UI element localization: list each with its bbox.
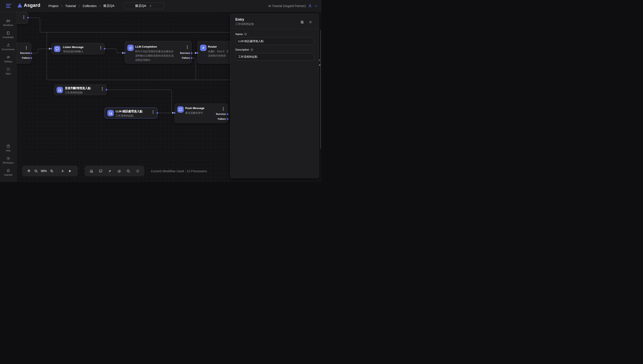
node-title: LLM 錯誤處理進入點 — [116, 110, 142, 113]
breadcrumb-current[interactable]: 飯店QA — [104, 4, 114, 8]
upload-icon — [6, 43, 10, 47]
info-icon[interactable] — [244, 33, 247, 36]
add-node-icon[interactable] — [59, 167, 66, 174]
sidebar-item-environment[interactable]: Environment — [0, 40, 16, 53]
input-port[interactable] — [50, 48, 52, 50]
message-node-tool-icon[interactable] — [97, 167, 104, 174]
node-menu-icon[interactable] — [22, 15, 25, 19]
name-input[interactable] — [236, 38, 314, 45]
node-menu-icon[interactable] — [25, 46, 28, 50]
node-title: Push Message — [185, 106, 204, 110]
output-port[interactable] — [156, 112, 158, 114]
output-port-success[interactable] — [227, 113, 228, 115]
node-entry-direct[interactable]: 直接判斷情境進入點 工作流程的起點 — [54, 84, 106, 95]
workflow-usage-status: Current Workflow Used : 12 Processors — [151, 169, 207, 173]
node-listen-message[interactable]: Listen Message 等待訊息內容輸入 — [51, 43, 104, 54]
node-title: 直接判斷情境進入點 — [65, 86, 91, 90]
breadcrumb-project[interactable]: Project — [48, 4, 58, 8]
help-icon — [6, 144, 10, 148]
grid-dots-icon — [6, 67, 10, 72]
breadcrumb-separator: / — [62, 4, 62, 8]
node-description: 依據If、Else If、E 流程執行的路徑 — [208, 49, 228, 58]
fit-view-icon[interactable] — [134, 167, 141, 174]
breadcrumb-collection[interactable]: Collection — [83, 4, 97, 8]
node-menu-icon[interactable] — [152, 110, 154, 114]
chevron-down-icon[interactable] — [314, 4, 318, 8]
output-port[interactable] — [27, 17, 29, 18]
breadcrumb: Project / Tutorial / Collection / 飯店QA — [48, 0, 114, 12]
output-port-failure[interactable] — [227, 118, 228, 120]
top-header: Asgard Project / Tutorial / Collection /… — [0, 0, 322, 12]
output-label-success: Success — [211, 113, 226, 115]
save-icon[interactable] — [300, 20, 304, 24]
entry-home-plus-icon — [56, 87, 63, 93]
close-icon[interactable] — [309, 20, 312, 24]
router-node-tool-icon[interactable] — [106, 167, 114, 174]
output-label-success: Success — [175, 52, 190, 54]
node-menu-icon[interactable] — [186, 45, 189, 49]
toolbar-divider — [57, 168, 57, 174]
node-menu-icon[interactable] — [99, 46, 102, 50]
sidebar-item-help[interactable]: Help — [0, 142, 16, 154]
gear-icon — [6, 156, 10, 160]
router-icon — [200, 45, 206, 51]
panel-subtitle: 工作流程的起點 — [236, 22, 254, 26]
name-field-label: Name — [236, 32, 247, 36]
hamburger-menu-icon[interactable] — [6, 4, 12, 8]
sidebar-item-settings[interactable]: Settings — [0, 53, 16, 65]
entry-node-tool-icon[interactable] — [88, 167, 95, 174]
input-port[interactable] — [124, 52, 126, 54]
sidebar-item-apps[interactable]: Apps — [0, 65, 16, 77]
user-icon[interactable] — [308, 4, 312, 8]
node-menu-icon[interactable] — [101, 87, 104, 90]
sidebar-item-upgrade[interactable]: Upgrade — [0, 166, 16, 178]
zoom-out-icon[interactable] — [32, 167, 40, 174]
sidebar-item-knowledge[interactable]: Knowledge — [0, 28, 16, 40]
info-icon[interactable] — [250, 48, 253, 51]
node-subtitle: 工作流程的起點 — [65, 91, 83, 94]
node-title: LLM Completion — [135, 45, 157, 48]
star-icon — [6, 168, 10, 173]
account-label: AI Tutorial (Asgard Partner) — [268, 4, 306, 8]
logo-text: Asgard — [24, 2, 40, 8]
node-entry-llm-error[interactable]: LLM 錯誤處理進入點 工作流程的起點 — [104, 108, 157, 118]
output-port[interactable] — [106, 89, 108, 90]
output-port-failure[interactable] — [191, 57, 192, 59]
node-title: Listen Message — [63, 46, 84, 49]
llm-node-tool-icon[interactable] — [116, 167, 123, 174]
panel-divider — [230, 29, 319, 29]
scrollbar[interactable] — [320, 30, 321, 149]
output-port[interactable] — [104, 48, 106, 50]
zoom-in-icon[interactable] — [48, 167, 55, 174]
account-menu[interactable]: AI Tutorial (Asgard Partner) — [268, 0, 318, 12]
node-subtitle: 等待訊息內容輸入 — [63, 50, 83, 53]
input-port[interactable] — [174, 112, 176, 114]
description-input[interactable] — [236, 53, 314, 60]
node-config-panel: Entry 工作流程的起點 Name Description — [230, 14, 319, 178]
output-port-success[interactable] — [191, 52, 192, 54]
output-port-failure[interactable] — [30, 57, 32, 59]
sidebar-item-workflows[interactable]: Workflows — [0, 16, 16, 28]
search-icon[interactable] — [125, 167, 132, 174]
llm-icon — [127, 45, 134, 51]
chat-bubble-icon — [54, 46, 60, 52]
workflow-selector-value: 飯店QA — [135, 4, 146, 8]
input-port[interactable] — [196, 52, 198, 54]
sliders-icon — [6, 55, 10, 59]
run-workflow-icon[interactable] — [66, 167, 73, 174]
breadcrumb-tutorial[interactable]: Tutorial — [65, 4, 76, 8]
output-port-success[interactable] — [30, 52, 32, 54]
pan-hand-icon[interactable] — [25, 167, 32, 174]
workflow-selector[interactable]: 飯店QA — [123, 2, 164, 9]
canvas-zoom-toolbar: 98% — [22, 166, 78, 176]
sidebar-item-workspace[interactable]: Workspace — [0, 154, 16, 166]
node-subtitle: 工作流程的起點 — [116, 114, 134, 118]
breadcrumb-separator: / — [79, 4, 80, 8]
node-menu-icon[interactable] — [222, 107, 225, 110]
output-label-failure: Failure — [175, 56, 190, 59]
zoom-level[interactable]: 98% — [40, 169, 48, 173]
sidebar-bottom-group: Help Workspace Upgrade — [0, 142, 16, 178]
output-label-failure: Failure — [15, 56, 30, 59]
app-logo[interactable]: Asgard — [18, 2, 40, 8]
sidebar-top-group: Workflows Knowledge Environment Sett — [0, 16, 16, 77]
